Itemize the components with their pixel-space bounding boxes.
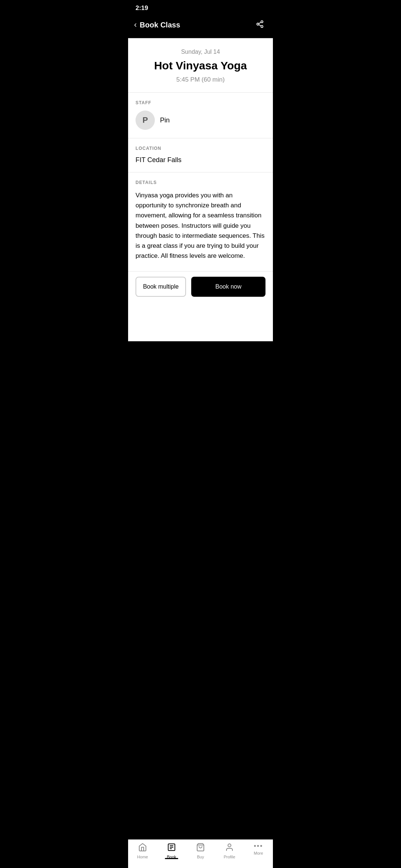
top-nav: ‹ Book Class xyxy=(128,15,273,38)
staff-row: P Pin xyxy=(136,111,265,130)
staff-label: STAFF xyxy=(136,100,265,105)
page-title: Book Class xyxy=(140,21,180,29)
svg-line-4 xyxy=(259,22,261,23)
staff-name: Pin xyxy=(160,116,170,124)
details-section: DETAILS Vinyasa yoga provides you with a… xyxy=(128,172,273,272)
avatar: P xyxy=(136,111,155,130)
book-multiple-button[interactable]: Book multiple xyxy=(136,277,186,297)
status-bar: 2:19 xyxy=(128,0,273,15)
class-name: Hot Vinyasa Yoga xyxy=(136,59,265,72)
location-name: FIT Cedar Falls xyxy=(136,156,265,164)
back-button[interactable]: ‹ Book Class xyxy=(134,21,180,29)
staff-section: STAFF P Pin xyxy=(128,93,273,138)
location-label: LOCATION xyxy=(136,146,265,151)
class-time: 5:45 PM (60 min) xyxy=(136,76,265,83)
details-text: Vinyasa yoga provides you with an opport… xyxy=(136,190,265,261)
back-arrow-icon: ‹ xyxy=(134,21,137,29)
location-section: LOCATION FIT Cedar Falls xyxy=(128,138,273,172)
main-content: Sunday, Jul 14 Hot Vinyasa Yoga 5:45 PM … xyxy=(128,38,273,341)
share-button[interactable] xyxy=(253,18,267,32)
book-now-button[interactable]: Book now xyxy=(191,277,265,297)
svg-line-3 xyxy=(259,24,261,26)
booking-section: Book multiple Book now xyxy=(128,272,273,304)
class-date: Sunday, Jul 14 xyxy=(136,49,265,55)
details-label: DETAILS xyxy=(136,180,265,185)
share-icon xyxy=(256,20,264,30)
status-time: 2:19 xyxy=(136,4,148,12)
class-header: Sunday, Jul 14 Hot Vinyasa Yoga 5:45 PM … xyxy=(128,38,273,93)
